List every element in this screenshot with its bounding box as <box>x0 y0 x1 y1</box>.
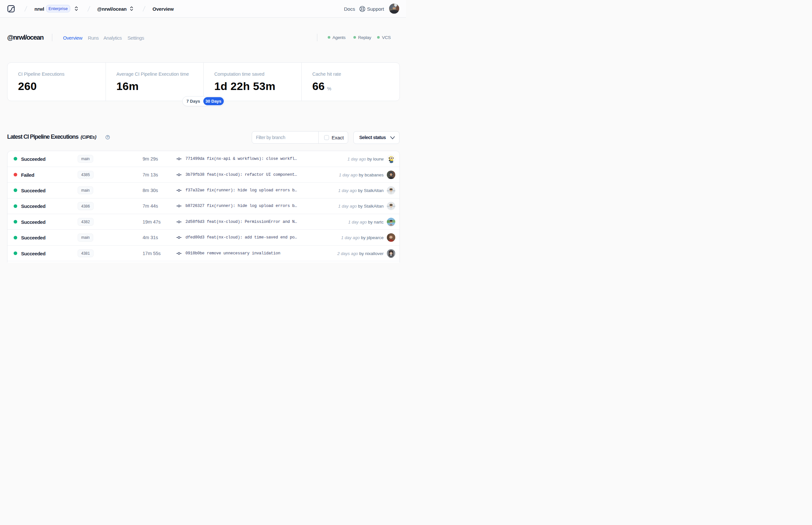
svg-text:?: ? <box>107 135 108 139</box>
